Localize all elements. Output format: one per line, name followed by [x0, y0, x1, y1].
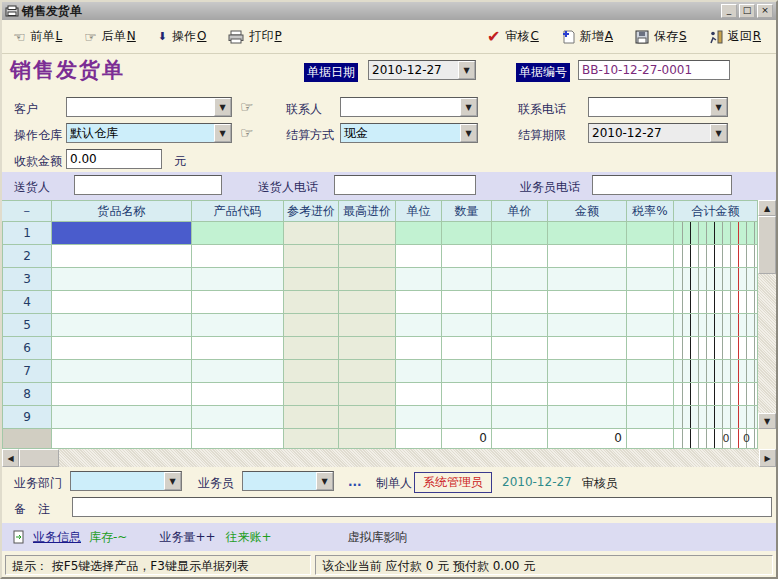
- warehouse-select[interactable]: 默认仓库▼: [66, 123, 232, 143]
- warehouse-lookup-hand-icon[interactable]: ☞: [240, 123, 253, 143]
- cell-tax[interactable]: [627, 222, 674, 245]
- next-doc-button[interactable]: ☞ 后单N: [83, 27, 137, 46]
- cell-price[interactable]: [492, 383, 548, 406]
- customer-lookup-hand-icon[interactable]: ☞: [240, 97, 253, 117]
- contact-phone-select[interactable]: ▼: [588, 97, 728, 117]
- cell-tax[interactable]: [627, 268, 674, 291]
- horizontal-scrollbar[interactable]: ◀ ▶: [2, 449, 776, 467]
- cell-total[interactable]: [674, 245, 758, 268]
- cell-max_price[interactable]: [339, 383, 396, 406]
- horizontal-scroll-track[interactable]: [59, 449, 759, 467]
- cell-price[interactable]: [492, 337, 548, 360]
- cell-max_price[interactable]: [339, 291, 396, 314]
- cell-amount[interactable]: [548, 337, 627, 360]
- column-header-amount[interactable]: 金额: [548, 200, 627, 222]
- cell-tax[interactable]: [627, 314, 674, 337]
- deliverer-phone-input[interactable]: [334, 175, 476, 195]
- cell-tax[interactable]: [627, 245, 674, 268]
- cell-code[interactable]: [192, 337, 284, 360]
- operate-button[interactable]: ⬇ 操作O: [157, 27, 208, 46]
- cell-price[interactable]: [492, 406, 548, 429]
- column-header-name[interactable]: 货品名称: [52, 200, 192, 222]
- print-button[interactable]: 打印P: [227, 27, 282, 46]
- receipt-amount-input[interactable]: 0.00: [66, 149, 162, 169]
- chevron-down-icon[interactable]: ▼: [710, 124, 727, 142]
- column-header-max_price[interactable]: 最高进价: [339, 200, 396, 222]
- cell-price[interactable]: [492, 222, 548, 245]
- cell-total[interactable]: [674, 383, 758, 406]
- cell-name[interactable]: [52, 406, 192, 429]
- cell-qty[interactable]: [442, 222, 492, 245]
- cell-amount[interactable]: [548, 360, 627, 383]
- cell-ref_price[interactable]: [284, 337, 339, 360]
- vertical-scrollbar[interactable]: ▲ ▼: [758, 200, 776, 429]
- cell-name[interactable]: [52, 360, 192, 383]
- cell-unit[interactable]: [396, 360, 442, 383]
- column-header-code[interactable]: 产品代码: [192, 200, 284, 222]
- cell-tax[interactable]: [627, 406, 674, 429]
- cell-unit[interactable]: [396, 222, 442, 245]
- cell-name[interactable]: [52, 314, 192, 337]
- cell-code[interactable]: [192, 268, 284, 291]
- column-header-total[interactable]: 合计金额: [674, 200, 758, 222]
- cell-amount[interactable]: [548, 222, 627, 245]
- cell-name[interactable]: [52, 268, 192, 291]
- cell-name[interactable]: [52, 383, 192, 406]
- cell-max_price[interactable]: [339, 268, 396, 291]
- department-select[interactable]: ▼: [70, 471, 182, 491]
- cell-price[interactable]: [492, 360, 548, 383]
- cell-max_price[interactable]: [339, 406, 396, 429]
- cell-ref_price[interactable]: [284, 268, 339, 291]
- cell-code[interactable]: [192, 245, 284, 268]
- cell-unit[interactable]: [396, 268, 442, 291]
- vertical-scroll-track[interactable]: [758, 274, 776, 413]
- cell-total[interactable]: [674, 268, 758, 291]
- cell-code[interactable]: [192, 222, 284, 245]
- customer-select[interactable]: ▼: [66, 97, 232, 117]
- contact-select[interactable]: ▼: [340, 97, 478, 117]
- column-header-qty[interactable]: 数量: [442, 200, 492, 222]
- cell-tax[interactable]: [627, 337, 674, 360]
- chevron-down-icon[interactable]: ▼: [214, 124, 231, 142]
- cell-unit[interactable]: [396, 291, 442, 314]
- cell-amount[interactable]: [548, 245, 627, 268]
- cell-price[interactable]: [492, 245, 548, 268]
- chevron-down-icon[interactable]: ▼: [164, 472, 181, 490]
- prev-doc-button[interactable]: ☜ 前单L: [12, 27, 63, 46]
- cell-amount[interactable]: [548, 291, 627, 314]
- cell-tax[interactable]: [627, 291, 674, 314]
- cell-ref_price[interactable]: [284, 406, 339, 429]
- cell-code[interactable]: [192, 383, 284, 406]
- audit-button[interactable]: ✔ 审核C: [486, 27, 540, 46]
- cell-ref_price[interactable]: [284, 383, 339, 406]
- cell-unit[interactable]: [396, 406, 442, 429]
- chevron-down-icon[interactable]: ▼: [458, 61, 475, 79]
- chevron-down-icon[interactable]: ▼: [460, 124, 477, 142]
- cell-total[interactable]: [674, 314, 758, 337]
- cell-qty[interactable]: [442, 268, 492, 291]
- scroll-left-icon[interactable]: ◀: [2, 449, 19, 467]
- cell-ref_price[interactable]: [284, 222, 339, 245]
- horizontal-scroll-thumb[interactable]: [19, 449, 59, 467]
- more-options-button[interactable]: ...: [348, 475, 362, 489]
- save-button[interactable]: 保存S: [634, 27, 688, 46]
- cell-qty[interactable]: [442, 337, 492, 360]
- column-header-tax[interactable]: 税率%: [627, 200, 674, 222]
- cell-unit[interactable]: [396, 245, 442, 268]
- column-header-price[interactable]: 单价: [492, 200, 548, 222]
- minimize-button[interactable]: _: [721, 4, 737, 18]
- cell-max_price[interactable]: [339, 337, 396, 360]
- cell-total[interactable]: [674, 406, 758, 429]
- cell-unit[interactable]: [396, 383, 442, 406]
- cell-total[interactable]: [674, 360, 758, 383]
- maximize-button[interactable]: □: [739, 4, 755, 18]
- doc-no-input[interactable]: BB-10-12-27-0001: [578, 60, 730, 80]
- cell-total[interactable]: [674, 337, 758, 360]
- cell-max_price[interactable]: [339, 314, 396, 337]
- cell-total[interactable]: [674, 222, 758, 245]
- chevron-down-icon[interactable]: ▼: [710, 98, 727, 116]
- cell-amount[interactable]: [548, 406, 627, 429]
- cell-price[interactable]: [492, 314, 548, 337]
- cell-ref_price[interactable]: [284, 245, 339, 268]
- settle-method-select[interactable]: 现金▼: [340, 123, 478, 143]
